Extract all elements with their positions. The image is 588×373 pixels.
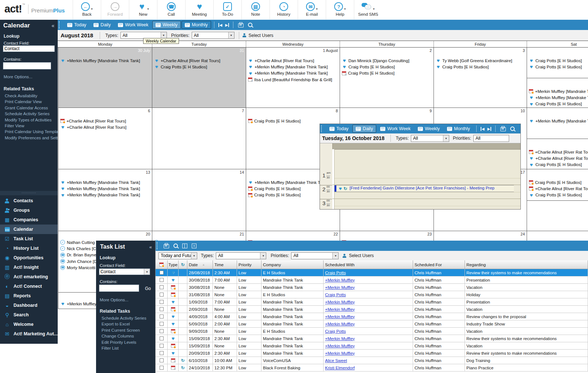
calendar-entry[interactable]: +Charlie Allnut [River Rat Tours] bbox=[58, 118, 152, 124]
weekend-saturday-half[interactable]: ♥+Merkin Muffley [Mandrake Think Tank] bbox=[527, 108, 588, 139]
calendar-entry[interactable]: ♥+Merkin Muffley [Mandrake Think Tank] bbox=[246, 64, 340, 70]
calendar-entry[interactable]: ♥Dan Minnick [Django Consulting] bbox=[340, 57, 434, 64]
column-header-regarding[interactable]: Regarding bbox=[465, 260, 588, 269]
related-task-link[interactable]: Modify Types of Activities bbox=[5, 117, 58, 123]
calendar-day-cell[interactable]: 13♥+Merkin Muffley [Mandrake Think Tank]… bbox=[58, 169, 152, 231]
weekend-saturday-half[interactable]: Craig Potts [E H Studios]+Charlie Allnut… bbox=[527, 169, 588, 200]
more-options-link[interactable]: More Options... bbox=[100, 298, 129, 302]
column-header-recurring[interactable]: ↻ bbox=[179, 260, 187, 269]
scheduled-with-link[interactable]: Alice Sweet bbox=[325, 358, 347, 363]
row-checkbox[interactable] bbox=[160, 307, 164, 311]
sidebar-item-task-list[interactable]: ☑Task List bbox=[0, 234, 58, 244]
chevron-down-icon[interactable]: ▾ bbox=[147, 7, 149, 11]
chevron-down-icon[interactable]: ▾ bbox=[316, 7, 317, 11]
scheduled-with-link[interactable]: +Merkin Muffley bbox=[325, 307, 355, 312]
export-excel-icon[interactable]: X bbox=[192, 244, 196, 248]
chevron-down-icon[interactable]: ▾ bbox=[344, 7, 345, 11]
row-checkbox[interactable] bbox=[160, 366, 164, 370]
calendar-weekend-cell[interactable]: Craig Potts [E H Studios]+Charlie Allnut… bbox=[527, 169, 588, 231]
row-checkbox[interactable] bbox=[160, 271, 164, 275]
scheduled-with-link[interactable]: +Merkin Muffley bbox=[325, 285, 355, 290]
contact-field-dropdown[interactable]: Contact ▼ bbox=[99, 268, 150, 275]
weekend-sunday-half[interactable]: +Charlie Allnut [River Rat Tours]♥+Charl… bbox=[527, 139, 588, 169]
task-row[interactable]: ♥28/08/20182:30 AMLowE H StudiosCraig Po… bbox=[156, 269, 588, 276]
sidebar-item-calendar[interactable]: Calendar bbox=[0, 225, 58, 234]
calendar-day-cell[interactable]: 3♥Ty Webb [Golf Greens Extraordinaire]♥C… bbox=[434, 48, 527, 108]
related-task-link[interactable]: Filter View bbox=[5, 123, 58, 129]
task-row[interactable]: ♥4/09/20184:00 AMLowMandrake Think Tank+… bbox=[156, 313, 588, 320]
calendar-day-cell[interactable]: 7 bbox=[152, 108, 246, 169]
scheduled-with-link[interactable]: +Merkin Muffley bbox=[325, 351, 355, 355]
related-task-link[interactable]: Check Availability bbox=[5, 93, 58, 99]
row-checkbox[interactable] bbox=[160, 344, 164, 348]
calendar-entry[interactable]: ♥+Merkin Muffley [Mandrake Think Tank] bbox=[527, 94, 588, 101]
back-button[interactable]: ←▾Back bbox=[73, 0, 101, 19]
row-checkbox[interactable] bbox=[160, 358, 164, 362]
calendar-entry[interactable]: ♥Craig Potts [E H Studios] bbox=[527, 162, 588, 168]
calendar-entry[interactable]: ♥Ty Webb [Golf Greens Extraordinaire] bbox=[434, 57, 527, 64]
next-icon[interactable]: ▶ bbox=[488, 127, 492, 131]
column-header-priority[interactable]: Priority bbox=[237, 260, 261, 269]
meeting-button[interactable]: ♥Meeting bbox=[185, 0, 213, 19]
calendar-weekend-cell[interactable]: ♥+Merkin Muffley [Mandrake Think Tank]+C… bbox=[527, 108, 588, 169]
contains-input[interactable] bbox=[99, 285, 139, 292]
row-checkbox[interactable] bbox=[160, 285, 164, 289]
sidebar-item-opportunities[interactable]: ◉Opportunities bbox=[0, 253, 58, 263]
collapse-panel-icon[interactable]: « bbox=[149, 244, 152, 250]
call-button[interactable]: ☎Call bbox=[157, 0, 185, 19]
column-header-scheduled-with[interactable]: Scheduled With bbox=[324, 260, 413, 269]
sidebar-item-search[interactable]: ⚲Search bbox=[0, 310, 58, 320]
calendar-day-cell[interactable]: 14 bbox=[152, 169, 246, 231]
chevron-down-icon[interactable]: ▼ bbox=[161, 32, 167, 38]
calendar-entry[interactable]: ♥+Merkin Muffley [Mandrake Think Tank] bbox=[246, 70, 340, 76]
calendar-entry[interactable]: ♥Craig Potts [E H Studios] bbox=[527, 101, 588, 107]
task-row[interactable]: ♥15/09/20182:30 AMLowMandrake Think Tank… bbox=[156, 335, 588, 342]
related-task-link[interactable]: Grant Calendar Access bbox=[5, 105, 58, 111]
chevron-down-icon[interactable]: ▼ bbox=[332, 253, 338, 259]
calendar-entry[interactable]: ♥Craig Potts [E H Studios] bbox=[434, 64, 527, 70]
task-row[interactable]: 9/09/2018NoneLowE H StudiosCraig PottsCh… bbox=[156, 328, 588, 335]
priorities-dropdown[interactable]: All ▼ bbox=[192, 32, 234, 39]
weekly-view-button[interactable]: Weekly bbox=[415, 125, 443, 133]
contains-input[interactable] bbox=[3, 62, 51, 69]
sidebar-item-act-marketing-aut-[interactable]: ✉Act! Marketing Aut... bbox=[0, 329, 58, 339]
calendar-entry[interactable]: Craig Potts [E H Studios] bbox=[246, 118, 340, 124]
row-checkbox[interactable] bbox=[160, 329, 164, 333]
calendar-entry[interactable]: ♥+Charlie Allnut [River Rat Tours] bbox=[152, 57, 246, 64]
sidebar-item-act-connect[interactable]: ◐Act! Connect bbox=[0, 282, 58, 291]
sidebar-item-groups[interactable]: Groups bbox=[0, 206, 58, 215]
row-checkbox[interactable] bbox=[160, 351, 164, 355]
sidebar-item-welcome[interactable]: ⌂Welcome bbox=[0, 320, 58, 329]
related-task-link[interactable]: Print Calendar Using Templa bbox=[5, 129, 58, 135]
calendar-entry[interactable]: Craig Potts [E H Studios] bbox=[340, 70, 434, 76]
print-icon[interactable] bbox=[500, 127, 506, 131]
calendar-entry[interactable]: ♥+Charlie Allnut [River Rat Tours] bbox=[58, 124, 152, 130]
sidebar-item-dashboard[interactable]: ◒Dashboard bbox=[0, 301, 58, 310]
calendar-entry[interactable]: ♥+Merkin Muffley [Mandrake Think Tank] bbox=[58, 185, 152, 192]
sidebar-splitter[interactable]: ·········· bbox=[0, 191, 58, 195]
related-task-link[interactable]: Schedule Activity Series bbox=[102, 315, 146, 321]
calendar-entry[interactable]: ♥+Merkin Muffley [Mandrake Think Tank] bbox=[527, 118, 588, 124]
calendar-entry[interactable]: ♥Craig Potts [E H Studios] bbox=[152, 64, 246, 70]
work-week-view-button[interactable]: Work Week bbox=[377, 125, 414, 133]
sidebar-item-history-list[interactable]: ◔History List bbox=[0, 244, 58, 253]
weekend-sunday-half[interactable]: +Merkin Muffley [Mandrake Think Tank]♥+M… bbox=[527, 78, 588, 108]
sidebar-item-contacts[interactable]: Contacts bbox=[0, 196, 58, 206]
calendar-entry[interactable]: ♥Craig Potts [E H Studios] bbox=[527, 57, 588, 64]
row-checkbox[interactable] bbox=[160, 278, 164, 282]
to-do-button[interactable]: ✓To-Do bbox=[213, 0, 241, 19]
next-icon[interactable]: ▶ bbox=[225, 23, 229, 27]
column-header-flag[interactable] bbox=[156, 260, 168, 269]
weekend-saturday-half[interactable]: ♥Craig Potts [E H Studios]♥Craig Potts [… bbox=[527, 48, 588, 78]
sidebar-item-act-insight[interactable]: ▥Act! Insight bbox=[0, 263, 58, 272]
new-button[interactable]: ♥▾New bbox=[129, 0, 157, 19]
task-row[interactable]: ♥1/09/20187:00 AMLowMandrake Think Tank+… bbox=[156, 298, 588, 306]
scheduled-with-link[interactable]: Craig Potts bbox=[325, 293, 346, 297]
drag-grip[interactable] bbox=[157, 242, 159, 249]
calendar-day-cell[interactable]: 2♥Dan Minnick [Django Consulting]♥Craig … bbox=[340, 48, 434, 108]
calendar-entry[interactable]: ♥Craig Potts [E H Studios] bbox=[340, 64, 434, 70]
row-checkbox[interactable] bbox=[160, 336, 164, 340]
task-row[interactable]: ♥5/09/20182:00 AMLowMandrake Think Tank+… bbox=[156, 320, 588, 328]
task-row[interactable]: ↻6/10/201810:00 AMLowVoiceComUSAAlice Sw… bbox=[156, 357, 588, 364]
scheduled-with-link[interactable]: Craig Potts bbox=[325, 271, 346, 275]
